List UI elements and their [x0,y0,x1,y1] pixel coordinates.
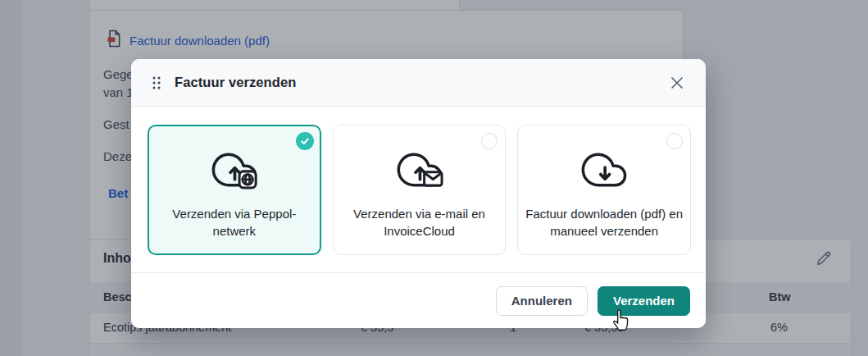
option-card-email-invoicecloud[interactable]: Verzenden via e-mail en InvoiceCloud [333,125,507,255]
radio-unselected-icon [481,133,498,149]
option-label: Verzenden via e-mail en InvoiceCloud [340,205,499,240]
option-card-download-manual[interactable]: Factuur downloaden (pdf) en manueel verz… [517,125,691,255]
option-label: Verzenden via Peppol-netwerk [155,205,314,240]
cloud-download-icon [579,144,629,195]
modal-header: Factuur verzenden [131,59,706,107]
option-card-peppol[interactable]: Verzenden via Peppol-netwerk [148,125,321,255]
close-icon[interactable] [668,74,686,92]
cancel-button[interactable]: Annuleren [496,286,588,316]
modal-footer: Annuleren Verzenden [131,272,706,328]
drag-grip-icon[interactable] [151,75,162,91]
send-invoice-modal: Factuur verzenden [131,59,706,328]
send-options: Verzenden via Peppol-netwerk Verzenden v… [131,107,706,272]
modal-title: Factuur verzenden [175,75,296,90]
selected-check-icon [296,132,314,150]
cloud-upload-network-icon [210,144,259,195]
submit-button[interactable]: Verzenden [598,286,690,316]
cloud-upload-mail-icon [395,144,444,195]
option-label: Factuur downloaden (pdf) en manueel verz… [525,205,684,240]
radio-unselected-icon [666,133,683,149]
